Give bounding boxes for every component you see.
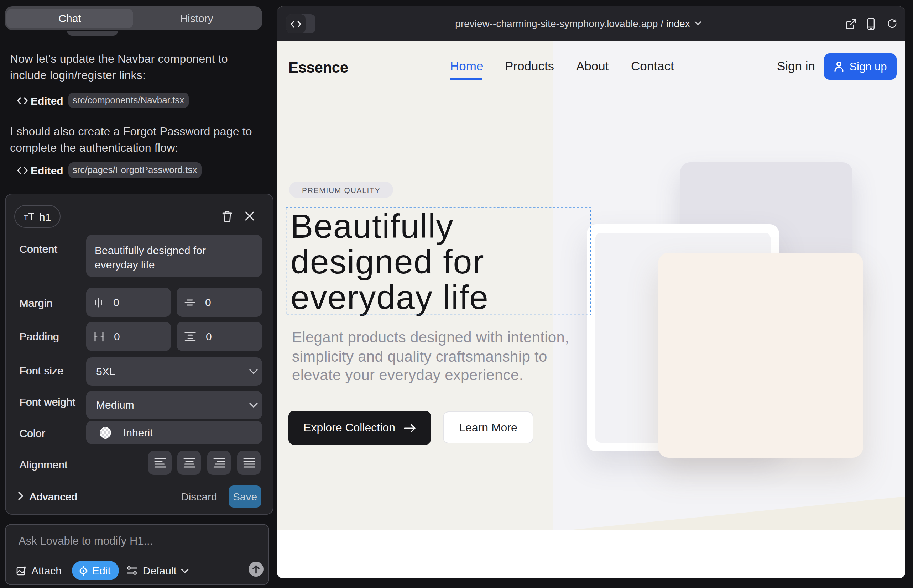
svg-text:T: T	[28, 212, 34, 221]
svg-text:T: T	[24, 213, 28, 221]
